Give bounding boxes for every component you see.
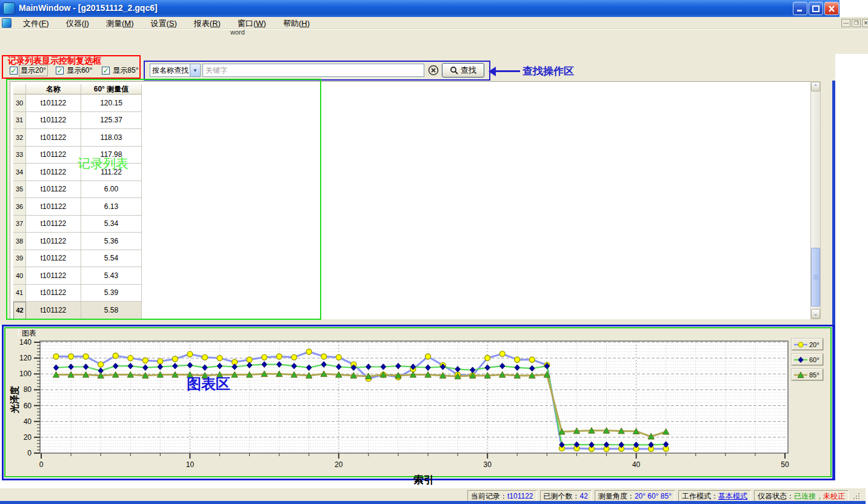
menu-file[interactable]: 文件(F) xyxy=(15,17,58,29)
arrow-left-icon xyxy=(489,67,496,76)
find-button-label: 查找 xyxy=(461,65,476,76)
legend-item-60[interactable]: 60° xyxy=(792,354,823,365)
svg-text:20: 20 xyxy=(24,433,32,442)
svg-text:120: 120 xyxy=(19,354,32,362)
checkbox-show20[interactable]: ✓显示20° xyxy=(10,65,47,76)
resize-grip[interactable] xyxy=(853,492,861,499)
checkbox-show85[interactable]: ✓显示85° xyxy=(102,65,139,76)
svg-text:30: 30 xyxy=(484,460,492,469)
close-button[interactable] xyxy=(824,2,839,15)
svg-text:40: 40 xyxy=(632,460,641,469)
legend-item-20[interactable]: 20° xyxy=(792,339,823,350)
gloss-chart-plot: 01020304050020406080100120140 xyxy=(0,325,835,480)
checkbox-show60[interactable]: ✓显示60° xyxy=(56,65,93,76)
status-instrument-state-label: 仪器状态： xyxy=(758,492,794,500)
status-current-record-value: t101122 xyxy=(507,492,533,500)
svg-text:50: 50 xyxy=(781,460,789,469)
status-angles-value: 20° 60° 85° xyxy=(635,492,672,500)
mdi-minimize-icon[interactable]: — xyxy=(841,19,850,27)
checkbox-show20-label: 显示20° xyxy=(19,65,47,76)
search-icon xyxy=(450,66,458,75)
word-export-label: word xyxy=(230,28,245,36)
svg-text:140: 140 xyxy=(19,338,32,346)
status-work-mode-value: 基本模式 xyxy=(718,492,747,500)
svg-text:100: 100 xyxy=(19,370,32,378)
window-bottom-border xyxy=(0,501,866,504)
svg-text:60: 60 xyxy=(24,402,32,410)
document-icon[interactable] xyxy=(2,18,12,28)
menu-settings[interactable]: 设置(S) xyxy=(142,17,185,29)
mdi-restore-icon[interactable]: ❐ xyxy=(852,19,861,27)
menu-window[interactable]: 窗口(W) xyxy=(229,17,275,29)
maximize-button[interactable] xyxy=(809,2,823,15)
chart-annotation-text: 图表区 xyxy=(187,374,230,394)
checkbox-show85-label: 显示85° xyxy=(112,65,139,76)
checkbox-show20-box[interactable]: ✓ xyxy=(10,67,18,75)
status-measured-count-label: 已测个数： xyxy=(544,492,580,500)
checkbox-show85-box[interactable]: ✓ xyxy=(102,67,110,75)
scroll-up-icon[interactable]: ⌃ xyxy=(811,82,820,91)
mdi-close-icon[interactable]: ✕ xyxy=(862,19,868,27)
record-list-annotation-box xyxy=(6,79,321,320)
window-title: MainWindow - [g20151112_2.gqc6] xyxy=(19,3,158,13)
scroll-down-icon[interactable]: ⌄ xyxy=(811,309,820,319)
chevron-down-icon[interactable]: ▼ xyxy=(190,64,200,76)
svg-text:10: 10 xyxy=(186,460,195,469)
menu-help[interactable]: 帮助(H) xyxy=(275,17,318,29)
toolbar: G xyxy=(0,29,868,54)
checkbox-show60-box[interactable]: ✓ xyxy=(56,67,64,75)
title-bar: MainWindow - [g20151112_2.gqc6] xyxy=(0,0,840,17)
status-work-mode-label: 工作模式： xyxy=(682,492,718,500)
status-instrument-state-value: 未校正 xyxy=(823,492,845,500)
svg-text:20: 20 xyxy=(335,460,343,469)
menu-report[interactable]: 报表(R) xyxy=(185,17,229,29)
svg-text:80: 80 xyxy=(24,385,32,394)
svg-text:0: 0 xyxy=(27,449,32,457)
status-angles-label: 测量角度： xyxy=(598,492,635,500)
status-instrument-state-value: 已连接， xyxy=(794,492,823,500)
status-current-record-label: 当前记录： xyxy=(471,492,507,500)
status-bar: 当前记录：t101122已测个数：42测量角度：20° 60° 85°工作模式：… xyxy=(0,488,866,501)
display-checkboxes: ✓显示20°✓显示60°✓显示85° xyxy=(10,65,148,76)
svg-text:0: 0 xyxy=(39,460,44,469)
search-mode-select[interactable]: 按名称查找 ▼ xyxy=(150,64,201,77)
scrollbar-thumb[interactable] xyxy=(811,248,820,307)
legend-item-85[interactable]: 85° xyxy=(792,369,823,380)
menu-items: 文件(F)仪器(I)测量(M)设置(S)报表(R)窗口(W)帮助(H) xyxy=(15,17,318,29)
svg-text:40: 40 xyxy=(24,417,32,426)
legend-label: 60° xyxy=(809,356,820,363)
vertical-scrollbar[interactable]: ⌃ ⌄ xyxy=(810,81,821,319)
main-window: MainWindow - [g20151112_2.gqc6] 文件(F)仪器(… xyxy=(0,0,868,504)
arrow-line xyxy=(496,70,520,72)
chart-x-axis-label: 索引 xyxy=(413,473,434,487)
search-mode-value: 按名称查找 xyxy=(150,65,190,76)
clear-search-icon[interactable] xyxy=(428,65,439,76)
legend-label: 20° xyxy=(809,341,820,348)
find-button[interactable]: 查找 xyxy=(442,63,484,78)
search-annotation-text: 查找操作区 xyxy=(522,64,574,78)
minimize-button[interactable] xyxy=(793,2,807,15)
checkbox-show60-label: 显示60° xyxy=(65,65,93,76)
record-list-annotation-text: 记录列表 xyxy=(78,155,129,172)
keyword-input[interactable] xyxy=(202,64,424,77)
menu-measure[interactable]: 测量(M) xyxy=(98,17,142,29)
chart-y-axis-label: 光泽度 xyxy=(9,370,21,430)
menu-instrument[interactable]: 仪器(I) xyxy=(58,17,98,29)
status-measured-count-value: 42 xyxy=(580,492,588,500)
legend-label: 85° xyxy=(809,371,820,379)
app-icon xyxy=(3,2,15,15)
